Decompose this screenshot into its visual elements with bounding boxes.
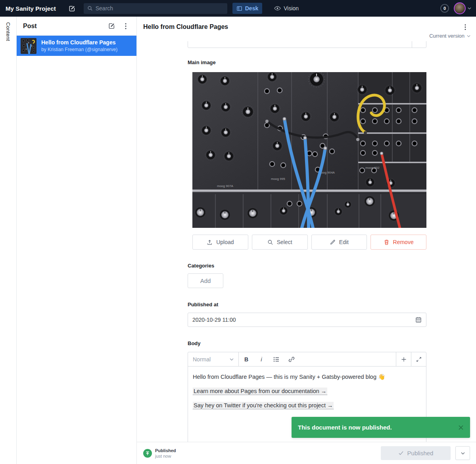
toast-message: This document is now published.: [298, 424, 458, 431]
publish-toast: This document is now published.: [292, 417, 470, 438]
rail-label[interactable]: Content: [5, 22, 11, 41]
document-header: Hello from Cloudflare Pages Current vers…: [137, 17, 476, 41]
list-item-thumbnail: [21, 38, 36, 54]
chevron-down-icon: [461, 452, 465, 454]
compose-icon[interactable]: [69, 5, 76, 12]
main-image-label: Main image: [188, 59, 216, 65]
list-pane-header: Post: [17, 17, 136, 36]
search-input[interactable]: [96, 5, 224, 11]
publish-time: just now: [155, 454, 176, 458]
document-menu-kebab-icon[interactable]: [461, 23, 470, 31]
body-link-docs[interactable]: Learn more about Pages from our document…: [193, 388, 327, 395]
upload-icon: [207, 239, 213, 245]
upload-button[interactable]: Upload: [192, 235, 248, 250]
new-document-icon[interactable]: [107, 22, 116, 31]
magnifier-icon: [267, 239, 273, 245]
panel-label: moog 995: [271, 177, 285, 181]
tab-vision[interactable]: Vision: [270, 3, 303, 14]
cutoff-text-field[interactable]: [188, 41, 426, 48]
add-category-button[interactable]: Add: [188, 273, 223, 288]
editor-toolbar: Normal B i: [188, 352, 426, 367]
block-style-value: Normal: [193, 356, 211, 363]
toast-close-icon[interactable]: [458, 425, 464, 430]
expand-icon: [416, 357, 422, 362]
published-at-label: Published at: [188, 302, 218, 307]
list-pane-title: Post: [23, 23, 37, 30]
insert-block-button[interactable]: [396, 352, 411, 366]
user-menu-chevron-icon[interactable]: [468, 7, 471, 10]
publish-menu-button[interactable]: [455, 446, 470, 460]
panel-label: moog 907A: [217, 184, 234, 188]
body-text-area[interactable]: Hello from Cloudflare Pages — this is my…: [188, 367, 426, 422]
tab-desk[interactable]: Desk: [232, 3, 262, 14]
synthesizer-photo: moog 907A moog 995 moog 904A moog 902: [192, 72, 426, 228]
document-list-pane: Post Hello from Cloudflare Pages: [17, 17, 137, 464]
document-editor-pane: Hello from Cloudflare Pages Current vers…: [137, 17, 476, 464]
fullscreen-button[interactable]: [411, 352, 426, 366]
published-at-value: 2020-10-29 11:00: [192, 317, 415, 323]
document-footer: Published just now Published: [137, 442, 476, 464]
pencil-icon: [330, 239, 336, 245]
image-actions: Upload Select Edit Remove: [192, 235, 426, 250]
remove-button[interactable]: Remove: [370, 235, 426, 250]
main-image-preview[interactable]: moog 907A moog 995 moog 904A moog 902: [192, 72, 426, 228]
check-icon: [398, 451, 404, 455]
bullet-list-button[interactable]: [271, 354, 282, 365]
list-item-subtitle: by Kristian Freeman (@signalnerve): [41, 47, 117, 52]
global-search[interactable]: [84, 3, 227, 14]
version-label: Current version: [429, 33, 464, 39]
trash-icon: [384, 239, 390, 245]
search-icon: [87, 6, 93, 11]
desk-icon: [236, 6, 242, 11]
link-button[interactable]: [286, 354, 298, 365]
list-menu-kebab-icon[interactable]: [121, 22, 130, 31]
publish-status-icon: [143, 449, 152, 458]
publish-button[interactable]: Published: [381, 446, 451, 460]
eye-icon: [274, 6, 281, 11]
document-form: Main image: [137, 41, 476, 442]
project-title: My Sanity Project: [6, 5, 56, 12]
chevron-down-icon: [230, 358, 234, 361]
bullet-list-icon: [273, 357, 280, 362]
presence-count-badge[interactable]: 0: [440, 4, 449, 13]
chevron-down-icon: [467, 35, 470, 37]
publish-status: Published: [155, 448, 176, 453]
select-button[interactable]: Select: [252, 235, 308, 250]
calendar-icon[interactable]: [415, 317, 422, 323]
document-title: Hello from Cloudflare Pages: [143, 23, 228, 31]
body-paragraph: Hello from Cloudflare Pages — this is my…: [193, 373, 421, 382]
published-at-input[interactable]: 2020-10-29 11:00: [188, 313, 426, 327]
version-selector[interactable]: Current version: [429, 33, 470, 39]
italic-button[interactable]: i: [255, 354, 267, 365]
user-avatar[interactable]: [454, 2, 466, 14]
list-item-title: Hello from Cloudflare Pages: [41, 39, 117, 46]
list-item[interactable]: Hello from Cloudflare Pages by Kristian …: [17, 36, 136, 56]
body-link-twitter[interactable]: Say hey on Twitter if you're checking ou…: [193, 402, 334, 409]
content-rail: Content: [0, 17, 17, 464]
plus-icon: [401, 356, 407, 363]
categories-label: Categories: [188, 263, 214, 269]
edit-button[interactable]: Edit: [311, 235, 367, 250]
sanity-studio: My Sanity Project Desk Vision 0 Content: [0, 0, 476, 464]
bold-button[interactable]: B: [240, 354, 252, 365]
tab-desk-label: Desk: [245, 5, 258, 11]
tab-vision-label: Vision: [284, 5, 299, 11]
link-icon: [288, 356, 295, 363]
top-navbar: My Sanity Project Desk Vision 0: [0, 0, 476, 17]
panel-label: moog 902: [365, 166, 380, 170]
block-style-select[interactable]: Normal: [188, 352, 239, 366]
body-label: Body: [188, 340, 201, 346]
